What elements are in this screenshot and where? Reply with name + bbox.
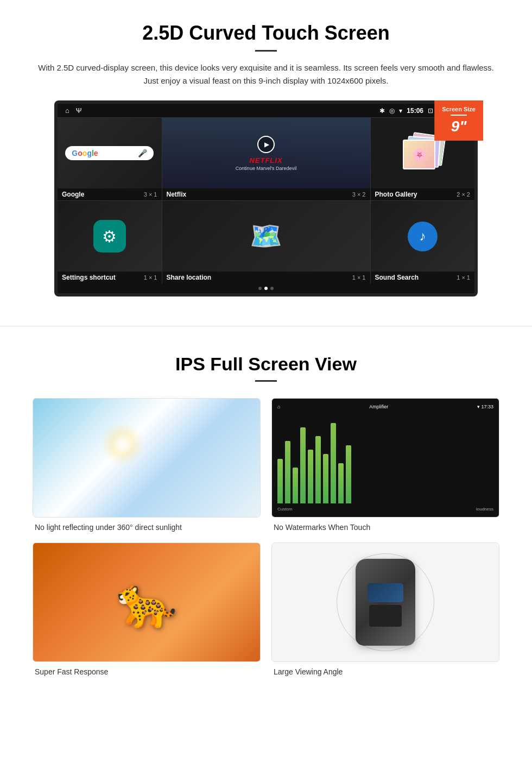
amp-bar-8 (331, 423, 336, 504)
amp-wifi-icon: ▾ 17:33 (477, 404, 493, 409)
amp-home-icon: ⌂ (277, 404, 280, 409)
section-curved-touch: 2.5D Curved Touch Screen With 2.5D curve… (0, 0, 532, 315)
netflix-cell[interactable]: NETFLIX Continue Marvel's Daredevil Netf… (162, 118, 371, 200)
amplifier-visual: ⌂ Amplifier ▾ 17:33 (272, 399, 499, 517)
google-label-row: Google 3 × 1 (58, 188, 162, 200)
maps-app-name: Share location (167, 274, 212, 281)
netflix-content: NETFLIX Continue Marvel's Daredevil (236, 136, 296, 171)
amp-bar-9 (338, 463, 344, 503)
sunlight-label: No light reflecting under 360° direct su… (33, 523, 261, 532)
usb-icon: Ψ (76, 106, 82, 115)
dots-indicator (58, 283, 474, 293)
settings-area[interactable]: ⚙ (58, 201, 162, 272)
google-logo: Google (72, 149, 98, 157)
car-roof (369, 605, 402, 627)
amp-bar-4 (300, 427, 306, 503)
device-screen: ⌂ Ψ ✱ ◎ ▾ 15:06 ⊡ ◁) ⊠ ⬜ (54, 100, 478, 297)
wifi-icon: ▾ (399, 107, 402, 115)
features-grid: No light reflecting under 360° direct su… (33, 398, 499, 676)
amp-header: ⌂ Amplifier ▾ 17:33 (277, 404, 493, 409)
settings-gear-icon: ⚙ (102, 227, 117, 246)
badge-size: 9" (442, 118, 476, 135)
amp-bar-2 (285, 441, 290, 504)
bluetooth-icon: ✱ (379, 107, 385, 115)
netflix-play-button[interactable] (257, 136, 275, 153)
amp-bar-3 (293, 468, 298, 503)
cheetah-label: Super Fast Response (33, 667, 261, 676)
dot-2 (264, 287, 268, 290)
app-row-1: Google 🎤 Google 3 × 1 (58, 117, 474, 200)
status-bar: ⌂ Ψ ✱ ◎ ▾ 15:06 ⊡ ◁) ⊠ ⬜ (58, 104, 474, 117)
dot-3 (270, 287, 274, 290)
mic-icon[interactable]: 🎤 (138, 149, 147, 157)
amp-bar-1 (277, 459, 283, 504)
amp-footer: Custom loudness (277, 507, 493, 512)
amp-bar-7 (323, 454, 328, 503)
section-ips: IPS Full Screen View No light reflecting… (0, 337, 532, 698)
badge-label: Screen Size (442, 106, 476, 112)
google-search-area[interactable]: Google 🎤 (58, 118, 162, 188)
google-app-size: 3 × 1 (144, 191, 157, 198)
sound-label-row: Sound Search 1 × 1 (371, 272, 475, 283)
feature-cheetah: Super Fast Response (33, 542, 261, 676)
settings-icon-bg: ⚙ (93, 220, 126, 253)
google-cell[interactable]: Google 🎤 Google 3 × 1 (58, 118, 162, 200)
sunlight-image (33, 398, 261, 518)
netflix-area[interactable]: NETFLIX Continue Marvel's Daredevil (162, 118, 370, 188)
amp-bars (277, 414, 493, 503)
amp-bar-5 (308, 450, 313, 503)
feature-car: Large Viewing Angle (271, 542, 499, 676)
settings-app-size: 1 × 1 (144, 274, 157, 281)
dot-1 (258, 287, 262, 290)
car-image (271, 542, 499, 662)
device-wrapper: Screen Size 9" ⌂ Ψ ✱ ◎ ▾ 15:06 ⊡ ◁) ⊠ (54, 100, 478, 297)
maps-area[interactable]: 🗺️ (162, 201, 370, 272)
amplifier-label: No Watermarks When Touch (271, 523, 499, 532)
amp-custom-label: Custom (277, 507, 293, 512)
sound-cell[interactable]: ♪ Sound Search 1 × 1 (371, 201, 475, 283)
section1-title: 2.5D Curved Touch Screen (33, 22, 499, 45)
amp-bar-10 (346, 445, 351, 503)
photo-label-row: Photo Gallery 2 × 2 (371, 188, 475, 200)
settings-cell[interactable]: ⚙ Settings shortcut 1 × 1 (58, 201, 162, 283)
music-note-icon: ♪ (419, 229, 426, 244)
camera-icon: ⊡ (428, 107, 433, 115)
netflix-logo: NETFLIX (236, 156, 296, 165)
status-time: 15:06 (407, 107, 423, 115)
cheetah-image (33, 542, 261, 662)
settings-app-name: Settings shortcut (62, 274, 116, 281)
location-icon: ◎ (389, 107, 395, 115)
maps-icon: 🗺️ (250, 221, 282, 251)
status-left: ⌂ Ψ (65, 106, 82, 115)
section-divider (0, 326, 532, 326)
title-divider (255, 50, 277, 52)
maps-cell[interactable]: 🗺️ Share location 1 × 1 (162, 201, 371, 283)
amplifier-image: ⌂ Amplifier ▾ 17:33 (271, 398, 499, 518)
sound-app-size: 1 × 1 (457, 274, 470, 281)
screen-size-badge: Screen Size 9" (434, 100, 483, 141)
google-app-name: Google (62, 191, 84, 198)
feature-sunlight: No light reflecting under 360° direct su… (33, 398, 261, 532)
section2-title: IPS Full Screen View (33, 354, 499, 375)
maps-app-size: 1 × 1 (352, 274, 366, 281)
sound-icon-bg: ♪ (408, 222, 438, 251)
photo-app-name: Photo Gallery (375, 191, 417, 198)
photo-card-3 (403, 140, 435, 169)
car-windshield (368, 583, 403, 602)
cheetah-visual (33, 543, 260, 661)
section2-divider (255, 380, 277, 382)
app-row-2: ⚙ Settings shortcut 1 × 1 🗺️ Share locat… (58, 200, 474, 283)
netflix-app-name: Netflix (167, 191, 187, 198)
home-icon[interactable]: ⌂ (65, 106, 69, 115)
amp-loudness-label: loudness (476, 507, 493, 512)
feature-amplifier: ⌂ Amplifier ▾ 17:33 (271, 398, 499, 532)
sound-app-name: Sound Search (375, 274, 419, 281)
settings-label-row: Settings shortcut 1 × 1 (58, 272, 162, 283)
google-search-bar[interactable]: Google 🎤 (65, 146, 154, 160)
car-label: Large Viewing Angle (271, 667, 499, 676)
netflix-subtitle: Continue Marvel's Daredevil (236, 166, 296, 171)
sound-area[interactable]: ♪ (371, 201, 475, 272)
car-top-view (347, 548, 423, 657)
car-visual (272, 543, 499, 661)
car-body (356, 559, 415, 646)
